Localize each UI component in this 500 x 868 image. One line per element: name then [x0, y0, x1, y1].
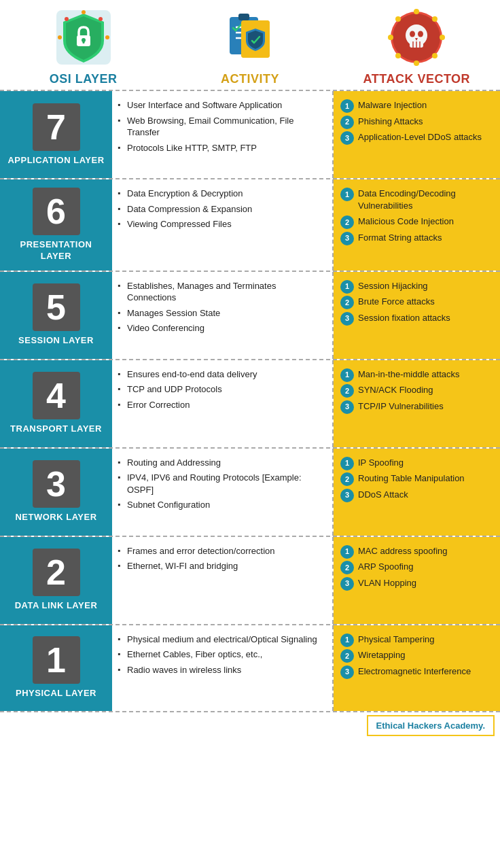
layer-number: 6 — [33, 188, 80, 235]
attack-item: 3Application-Level DDoS attacks — [340, 131, 493, 143]
table-row: 1PHYSICAL LAYERPhysical medium and elect… — [0, 624, 500, 712]
svg-point-19 — [410, 31, 415, 37]
layer-name: PRESENTATION LAYER — [5, 239, 107, 262]
activity-item: Ethernet Cables, Fiber optics, etc., — [118, 648, 325, 661]
activity-item: Subnet Configuration — [118, 499, 325, 511]
layer-name: PHYSICAL LAYER — [16, 688, 96, 699]
activity-item: Manages Session State — [118, 307, 325, 319]
osi-layer-title: OSI LAYER — [50, 72, 118, 86]
attack-num-badge: 3 — [340, 400, 354, 414]
table-row: 3NETWORK LAYERRouting and AddressingIPV4… — [0, 447, 500, 536]
attack-col: 1Session Hijacking2Brute Force attacks3S… — [334, 272, 500, 359]
activity-item: Error Correction — [118, 399, 325, 411]
layer-col: 7APPLICATION LAYER — [0, 91, 112, 178]
layer-col: 3NETWORK LAYER — [0, 449, 112, 536]
attack-item: 2Malicious Code Injection — [340, 215, 493, 228]
header: OSI LAYER ACTIVITY — [0, 0, 500, 90]
activity-item: Ethernet, WI-FI and bridging — [118, 560, 325, 572]
attack-icon — [386, 7, 447, 68]
attack-num-badge: 3 — [340, 131, 354, 145]
layer-name: NETWORK LAYER — [15, 512, 96, 523]
osi-icon — [53, 7, 114, 68]
svg-point-29 — [395, 16, 401, 22]
activity-item: Routing and Addressing — [118, 457, 325, 469]
attack-col: 1Man-in-the-middle attacks2SYN/ACK Flood… — [334, 360, 500, 447]
svg-point-7 — [65, 17, 69, 21]
attack-num-badge: 1 — [340, 280, 354, 294]
attack-num-badge: 2 — [340, 215, 354, 229]
header-col-activity: ACTIVITY — [166, 7, 333, 86]
layer-number: 1 — [33, 636, 80, 684]
svg-point-32 — [432, 53, 438, 58]
activity-item: IPV4, IPV6 and Routing Protocols [Exampl… — [118, 472, 325, 496]
footer-wrap: Ethical Hackers Academy. — [0, 712, 500, 744]
activity-col: Data Encryption & DecryptionData Compres… — [112, 179, 334, 271]
svg-rect-3 — [82, 40, 84, 44]
svg-point-27 — [388, 35, 393, 40]
activity-item: Viewing Compressed Files — [118, 218, 325, 230]
attack-item: 3TCP/IP Vulnerabilities — [340, 400, 493, 413]
attack-col: 1Malware Injection2Phishing Attacks3Appl… — [334, 91, 500, 178]
layer-number: 4 — [33, 372, 80, 419]
activity-item: User Interface and Software Application — [118, 99, 325, 111]
activity-col: Routing and AddressingIPV4, IPV6 and Rou… — [112, 449, 334, 536]
activity-col: Ensures end-to-end data deliveryTCP and … — [112, 360, 334, 447]
layer-col: 1PHYSICAL LAYER — [0, 625, 112, 711]
svg-point-6 — [82, 10, 86, 14]
activity-icon — [219, 7, 281, 68]
attack-item: 1Man-in-the-middle attacks — [340, 368, 493, 381]
attack-num-badge: 1 — [340, 633, 354, 647]
attack-item: 1Session Hijacking — [340, 280, 493, 292]
attack-num-badge: 3 — [340, 312, 354, 326]
activity-item: TCP and UDP Protocols — [118, 383, 325, 396]
attack-item: 2SYN/ACK Flooding — [340, 384, 493, 396]
attack-num-badge: 3 — [340, 232, 354, 245]
attack-num-badge: 1 — [340, 368, 354, 382]
activity-item: Web Browsing, Email Communication, File … — [118, 115, 325, 139]
layer-col: 4TRANSPORT LAYER — [0, 360, 112, 447]
layer-number: 5 — [33, 283, 80, 331]
attack-item: 2ARP Spoofing — [340, 561, 493, 573]
header-col-osi: OSI LAYER — [0, 7, 166, 86]
activity-item: Video Conferencing — [118, 322, 325, 334]
table-row: 4TRANSPORT LAYEREnsures end-to-end data … — [0, 359, 500, 447]
layer-number: 7 — [33, 103, 80, 151]
attack-num-badge: 3 — [340, 665, 354, 679]
svg-rect-10 — [238, 14, 249, 20]
attack-num-badge: 1 — [340, 99, 354, 113]
table-row: 7APPLICATION LAYERUser Interface and Sof… — [0, 90, 500, 178]
layer-name: TRANSPORT LAYER — [10, 423, 102, 435]
attack-num-badge: 2 — [340, 116, 354, 129]
attack-item: 1Malware Injection — [340, 99, 493, 111]
osi-table: 7APPLICATION LAYERUser Interface and Sof… — [0, 90, 500, 712]
activity-col: User Interface and Software ApplicationW… — [112, 91, 334, 178]
attack-num-badge: 2 — [340, 472, 354, 486]
activity-title: ACTIVITY — [221, 72, 279, 86]
activity-col: Physical medium and electrical/Optical S… — [112, 625, 334, 711]
attack-num-badge: 3 — [340, 577, 354, 591]
layer-number: 3 — [33, 460, 80, 508]
layer-col: 2DATA LINK LAYER — [0, 537, 112, 624]
svg-point-25 — [414, 9, 419, 14]
activity-item: Data Encryption & Decryption — [118, 188, 325, 200]
attack-item: 1IP Spoofing — [340, 457, 493, 469]
attack-item: 3Electromagnetic Interference — [340, 665, 493, 678]
layer-col: 6PRESENTATION LAYER — [0, 179, 112, 271]
layer-number: 2 — [33, 549, 80, 596]
layer-col: 5SESSION LAYER — [0, 272, 112, 359]
activity-item: Data Compression & Expansion — [118, 203, 325, 215]
svg-point-30 — [432, 16, 438, 22]
layer-name: APPLICATION LAYER — [7, 155, 104, 167]
attack-num-badge: 2 — [340, 649, 354, 663]
activity-item: Establishes, Manages and Terminates Conn… — [118, 280, 325, 304]
attack-item: 3Session fixation attacks — [340, 312, 493, 324]
header-col-attack: ATTACK VECTOR — [334, 7, 500, 86]
table-row: 5SESSION LAYEREstablishes, Manages and T… — [0, 271, 500, 359]
layer-name: DATA LINK LAYER — [15, 600, 98, 612]
attack-num-badge: 1 — [340, 545, 354, 559]
layer-name: SESSION LAYER — [18, 335, 94, 347]
attack-col: 1Physical Tampering2Wiretapping3Electrom… — [334, 625, 500, 711]
activity-col: Frames and error detection/correctionEth… — [112, 537, 334, 624]
footer-label: Ethical Hackers Academy. — [367, 715, 495, 736]
attack-item: 2Brute Force attacks — [340, 296, 493, 308]
